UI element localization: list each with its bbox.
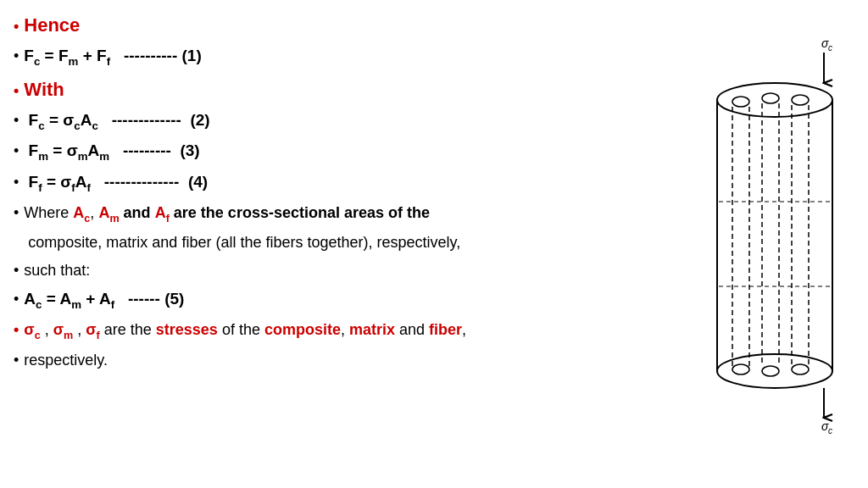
bullet-6: • — [14, 171, 19, 194]
bullet-2: • — [14, 45, 19, 68]
text-with: With — [24, 75, 64, 103]
bullet-1: • — [14, 15, 19, 38]
bullet-10: • — [14, 288, 19, 311]
line-with: • With — [14, 75, 668, 104]
text-stresses: σc , σm , σf are the stresses of the com… — [24, 319, 466, 343]
line-where: • Where Ac, Am and Af are the cross-sect… — [14, 201, 668, 227]
bullet-12: • — [14, 349, 19, 372]
line-respectively: • respectively. — [14, 348, 668, 373]
svg-point-8 — [762, 93, 779, 103]
eq1: Fc = Fm + Ff ---------- (1) — [24, 44, 201, 70]
eq2: Fc = σcAc ------------- (2) — [24, 108, 209, 135]
line-such: • such that: — [14, 258, 668, 283]
eq5: Ac = Am + Af ------ (5) — [24, 287, 184, 313]
cylinder-diagram: σ c — [690, 32, 860, 456]
bullet-7: • — [14, 202, 19, 225]
line-eq1: • Fc = Fm + Ff ---------- (1) — [14, 43, 668, 71]
svg-point-9 — [792, 95, 809, 105]
bullet-3: • — [14, 80, 19, 103]
svg-point-16 — [732, 364, 749, 374]
diagram-area: σ c — [682, 0, 868, 488]
text-such: such that: — [24, 259, 90, 282]
line-eq3: • Fm = σmAm --------- (3) — [14, 138, 668, 166]
text-respectively: respectively. — [24, 349, 108, 372]
svg-point-7 — [732, 97, 749, 107]
eq4: Ff = σfAf -------------- (4) — [24, 170, 208, 197]
text-hence: Hence — [24, 11, 80, 39]
bullet-4: • — [14, 109, 19, 132]
line-stresses: • σc , σm , σf are the stresses of the c… — [14, 318, 668, 344]
line-eq2: • Fc = σcAc ------------- (2) — [14, 108, 668, 136]
svg-text:c: c — [828, 43, 832, 53]
text-composite: composite, matrix and fiber (all the fib… — [24, 231, 460, 254]
svg-text:c: c — [828, 426, 832, 435]
svg-point-18 — [792, 364, 809, 374]
content-area: • Hence • Fc = Fm + Ff ---------- (1) • … — [0, 0, 682, 488]
bullet-9: • — [14, 259, 19, 282]
eq3: Fm = σmAm --------- (3) — [24, 139, 199, 165]
bullet-11: • — [14, 319, 19, 341]
line-eq4: • Ff = σfAf -------------- (4) — [14, 169, 668, 197]
text-where: Where Ac, Am and Af are the cross-sectio… — [24, 202, 430, 226]
bullet-5: • — [14, 140, 19, 163]
line-hence: • Hence — [14, 10, 668, 40]
line-composite: • composite, matrix and fiber (all the f… — [14, 230, 668, 255]
line-eq5: • Ac = Am + Af ------ (5) — [14, 286, 668, 314]
svg-point-17 — [762, 366, 779, 376]
